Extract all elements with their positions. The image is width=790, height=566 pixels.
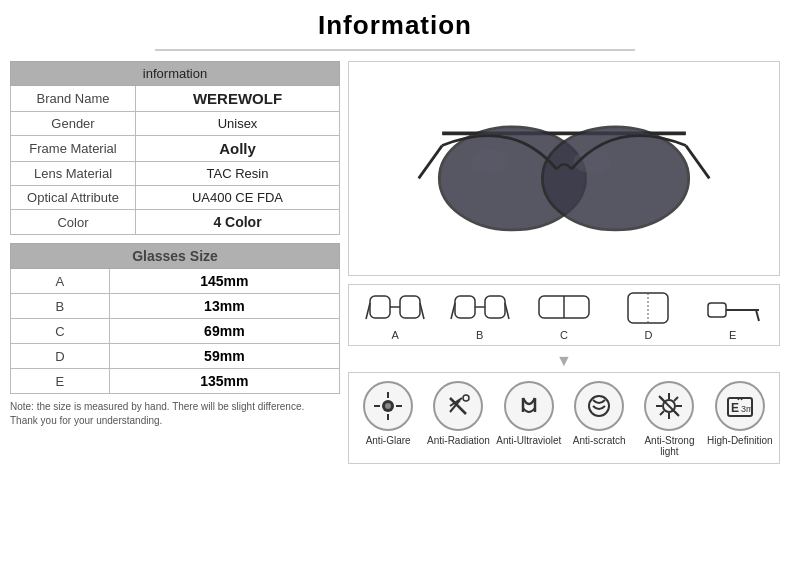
svg-line-42	[674, 397, 678, 401]
size-table: Glasses Size A 145mm B 13mm C 69mm D 59m…	[10, 243, 340, 394]
feature-anti-radiation: Anti-Radiation	[423, 381, 493, 446]
arrow-divider: ▼	[348, 352, 780, 370]
table-row: Brand Name WEREWOLF	[11, 86, 340, 112]
feature-icons: Anti-Glare Anti-Radiation	[348, 372, 780, 464]
svg-point-33	[463, 395, 469, 401]
right-column: A B C	[348, 61, 780, 464]
svg-point-5	[470, 150, 508, 173]
table-row: A 145mm	[11, 269, 340, 294]
page-title: Information	[155, 0, 635, 51]
svg-rect-8	[400, 296, 420, 318]
table-row: B 13mm	[11, 294, 340, 319]
svg-rect-13	[485, 296, 505, 318]
svg-rect-12	[455, 296, 475, 318]
size-diagram-b: B	[450, 291, 510, 341]
table-row: D 59mm	[11, 344, 340, 369]
table-row: C 69mm	[11, 319, 340, 344]
sunglasses-image	[414, 89, 714, 249]
svg-text:E: E	[731, 401, 739, 415]
feature-anti-strong-light: Anti-Strong light	[634, 381, 704, 457]
svg-rect-7	[370, 296, 390, 318]
size-diagram-d: D	[618, 291, 678, 341]
svg-text:3m: 3m	[741, 404, 754, 414]
svg-line-43	[660, 411, 664, 415]
size-diagrams: A B C	[348, 284, 780, 346]
svg-rect-21	[708, 303, 726, 317]
product-image-box	[348, 61, 780, 276]
size-diagram-a: A	[365, 291, 425, 341]
table-row: Gender Unisex	[11, 112, 340, 136]
note-text: Note: the size is measured by hand. Ther…	[10, 400, 340, 428]
table-row: Lens Material TAC Resin	[11, 162, 340, 186]
size-diagram-e: E	[703, 291, 763, 341]
feature-anti-uv: Anti-Ultraviolet	[494, 381, 564, 446]
svg-point-4	[542, 126, 688, 229]
svg-point-25	[385, 403, 391, 409]
table-row: Optical Attribute UA400 CE FDA	[11, 186, 340, 210]
size-table-header: Glasses Size	[11, 244, 340, 269]
svg-line-23	[756, 310, 759, 321]
table-row: Color 4 Color	[11, 210, 340, 235]
feature-anti-scratch: Anti-scratch	[564, 381, 634, 446]
svg-point-34	[589, 396, 609, 416]
feature-high-definition: E 3m High-Definition	[705, 381, 775, 446]
table-row: Frame Material Aolly	[11, 136, 340, 162]
table-row: E 135mm	[11, 369, 340, 394]
feature-anti-glare: Anti-Glare	[353, 381, 423, 446]
info-table-header: information	[11, 62, 340, 86]
left-column: information Brand Name WEREWOLF Gender U…	[10, 61, 340, 464]
size-diagram-c: C	[534, 291, 594, 341]
info-table: information Brand Name WEREWOLF Gender U…	[10, 61, 340, 235]
